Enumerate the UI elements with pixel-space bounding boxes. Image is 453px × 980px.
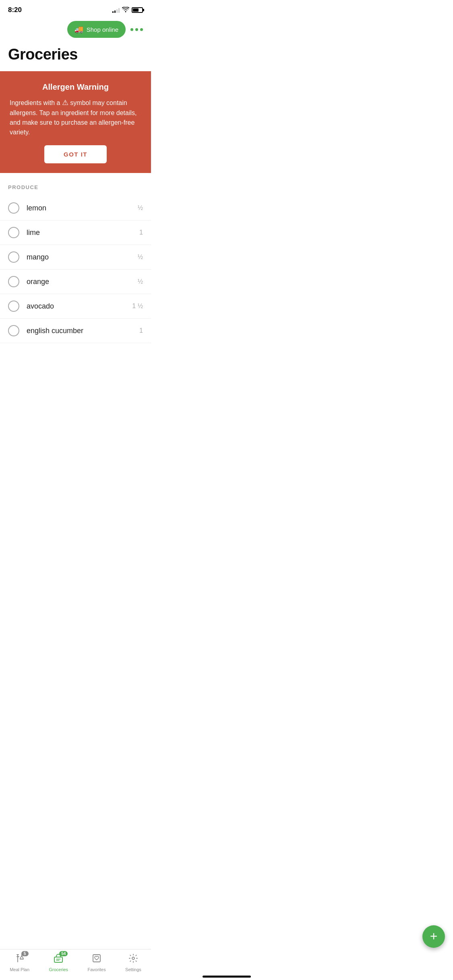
list-item[interactable]: mango ½ xyxy=(0,245,151,270)
status-bar: 8:20 xyxy=(0,0,151,18)
status-icons xyxy=(112,7,143,14)
item-qty: 1 xyxy=(139,229,143,236)
allergen-body: Ingredients with a ⚠ symbol may contain … xyxy=(10,97,141,137)
list-item[interactable]: english cucumber 1 xyxy=(0,319,151,343)
item-checkbox-lemon[interactable] xyxy=(8,202,19,214)
signal-icon xyxy=(112,7,120,13)
grocery-list: PRODUCE lemon ½ lime 1 mango ½ orange ½ … xyxy=(0,173,151,343)
shop-online-button[interactable]: 🚚 Shop online xyxy=(67,21,126,38)
item-checkbox-avocado[interactable] xyxy=(8,301,19,312)
item-qty: ½ xyxy=(138,204,143,212)
shop-online-label: Shop online xyxy=(87,26,118,33)
item-name: avocado xyxy=(27,302,132,311)
section-header-produce: PRODUCE xyxy=(0,184,151,196)
wifi-icon xyxy=(122,7,129,14)
list-item[interactable]: avocado 1 ½ xyxy=(0,294,151,319)
item-name: english cucumber xyxy=(27,327,139,335)
list-item[interactable]: orange ½ xyxy=(0,270,151,294)
item-name: lemon xyxy=(27,204,138,212)
status-time: 8:20 xyxy=(8,6,22,14)
item-checkbox-lime[interactable] xyxy=(8,227,19,238)
item-qty: 1 xyxy=(139,327,143,334)
item-name: lime xyxy=(27,229,139,237)
truck-icon: 🚚 xyxy=(74,25,83,34)
item-name: mango xyxy=(27,253,138,261)
page-title: Groceries xyxy=(0,43,151,71)
item-checkbox-orange[interactable] xyxy=(8,276,19,287)
header: 🚚 Shop online xyxy=(0,18,151,43)
warning-symbol: ⚠ xyxy=(62,97,68,108)
item-checkbox-mango[interactable] xyxy=(8,251,19,263)
item-checkbox-english-cucumber[interactable] xyxy=(8,325,19,336)
battery-icon xyxy=(132,7,143,13)
list-item[interactable]: lemon ½ xyxy=(0,196,151,220)
item-qty: 1 ½ xyxy=(132,303,143,310)
got-it-button[interactable]: GOT IT xyxy=(44,145,107,163)
allergen-title: Allergen Warning xyxy=(10,82,141,92)
item-qty: ½ xyxy=(138,278,143,285)
list-item[interactable]: lime 1 xyxy=(0,220,151,245)
more-options-button[interactable] xyxy=(130,28,143,31)
item-name: orange xyxy=(27,278,138,286)
allergen-banner: Allergen Warning Ingredients with a ⚠ sy… xyxy=(0,71,151,173)
item-qty: ½ xyxy=(138,253,143,261)
